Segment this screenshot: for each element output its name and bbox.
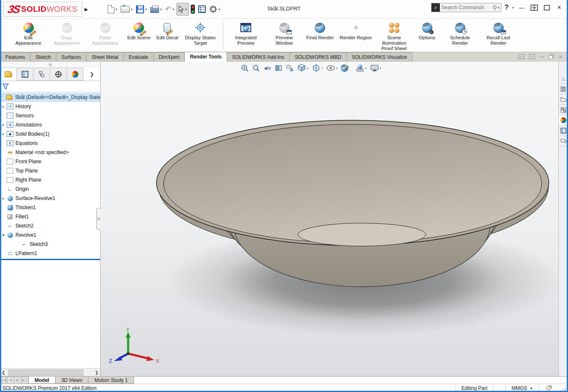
panel-collapse-handle[interactable] [96, 208, 101, 230]
tab-3d-views[interactable]: 3D Views [55, 377, 88, 384]
edit-appearance-heads-up-icon[interactable] [340, 63, 353, 73]
help-button[interactable]: ? [505, 3, 509, 12]
tree-item-revolve1[interactable]: ▾Revolve1 [0, 230, 100, 240]
tab-dimxpert[interactable]: DimXpert [153, 52, 185, 62]
search-input[interactable] [440, 5, 493, 10]
next-tab-icon[interactable]: ▶ [14, 377, 21, 384]
save-button[interactable]: ▾ [135, 3, 148, 15]
tree-filter-row[interactable] [0, 81, 100, 92]
panel-tab-overflow-icon[interactable]: ❯ [83, 68, 100, 81]
tree-item-equations[interactable]: ΣEquations [0, 139, 100, 148]
document-properties-button[interactable] [197, 3, 207, 15]
expand-icon[interactable]: ▾ [0, 233, 7, 237]
search-scope-icon[interactable]: > [432, 3, 440, 12]
tree-root-item[interactable]: Skål (Default<<Default>_Display State 1: [0, 93, 100, 102]
tree-item-sensors[interactable]: ◔Sensors [0, 111, 100, 120]
bowl-3d-model[interactable] [101, 62, 558, 376]
previous-view-icon[interactable] [262, 63, 272, 73]
tree-item-thicken1[interactable]: Thicken1 [0, 203, 100, 212]
maximize-button[interactable] [542, 4, 551, 11]
tree-item-top-plane[interactable]: Top Plane [0, 166, 100, 175]
forum-icon[interactable] [559, 136, 568, 147]
propertymanager-tab[interactable] [17, 68, 33, 81]
tab-motion-study-1[interactable]: Motion Study 1 [88, 377, 134, 384]
resize-grip[interactable] [561, 386, 566, 391]
expand-icon[interactable]: ▸ [0, 196, 7, 200]
design-library-icon[interactable] [559, 84, 568, 94]
tab-solidworks-add-ins[interactable]: SOLIDWORKS Add-Ins [227, 52, 290, 62]
expand-icon[interactable]: ▸ [0, 123, 7, 127]
pane-previous-icon[interactable] [518, 54, 525, 59]
status-tag-button[interactable] [539, 384, 558, 392]
pane-next-icon[interactable] [529, 54, 535, 59]
home-icon[interactable]: ⌂ [559, 73, 568, 84]
tree-horizontal-scrollbar[interactable]: ❮ ❯ [0, 368, 100, 376]
undo-button[interactable]: ↶▾ [164, 3, 176, 15]
previous-tab-icon[interactable]: ◀ [7, 377, 14, 384]
tab-render-tools[interactable]: Render Tools [184, 52, 227, 62]
search-commands-box[interactable]: > ⚲ ▾ [431, 3, 501, 12]
scroll-right-icon[interactable]: ❯ [93, 370, 100, 375]
hide-show-items-icon[interactable]: ▾ [325, 63, 338, 73]
menu-flyout-icon[interactable]: ▶ [83, 3, 90, 15]
view-annotations-icon[interactable]: A [285, 63, 295, 73]
last-tab-icon[interactable]: ▶❙ [21, 377, 28, 384]
tree-item-material[interactable]: ≔Material <not specified> [0, 148, 100, 157]
render-region-button[interactable]: Render Region [340, 21, 372, 40]
scroll-left-icon[interactable]: ❮ [0, 370, 7, 375]
tree-item-origin[interactable]: ∟Origin [0, 185, 100, 194]
panel-splitter-handle[interactable] [0, 62, 100, 68]
tree-item-right-plane[interactable]: Right Plane [0, 175, 100, 185]
status-units[interactable]: MMGS ▲ [505, 384, 539, 392]
schedule-render-button[interactable]: Schedule Render [444, 21, 476, 46]
minimize-button[interactable]: — [517, 4, 526, 11]
first-tab-icon[interactable]: ❙◀ [0, 377, 7, 384]
edit-decal-button[interactable]: Edit Decal [157, 21, 178, 40]
view-orientation-icon[interactable]: ▾ [296, 63, 309, 73]
tree-item-fillet1[interactable]: Fillet1 [0, 212, 100, 221]
solidworks-logo[interactable]: 3S SOLIDWORKS [3, 2, 82, 17]
split-view-button[interactable] [530, 4, 539, 11]
performance-monitor-button[interactable] [189, 3, 196, 15]
tab-solidworks-mbd[interactable]: SOLIDWORKS MBD [289, 52, 346, 62]
display-style-icon[interactable]: ▾ [311, 63, 324, 73]
tab-features[interactable]: Features [0, 52, 30, 62]
search-icon[interactable]: ⚲ [492, 4, 497, 11]
tree-item-front-plane[interactable]: Front Plane [0, 157, 100, 166]
integrated-preview-button[interactable]: Integrated Preview [230, 21, 262, 46]
close-button[interactable]: × [555, 4, 564, 11]
edit-appearance-button[interactable]: Edit Appearance [12, 21, 45, 46]
edit-scene-button[interactable]: Edit Scene [127, 21, 151, 40]
tree-item-annotations[interactable]: ▸AAnnotations [0, 120, 100, 129]
recall-last-render-button[interactable]: ↩ Recall Last Render [482, 21, 515, 46]
copy-appearance-button[interactable]: Copy Appearance [50, 21, 83, 46]
select-tool-button[interactable]: ▾ [177, 3, 189, 15]
expand-icon[interactable]: ▸ [0, 132, 7, 136]
help-dropdown-icon[interactable]: ▾ [512, 6, 514, 10]
document-minimize-icon[interactable]: — [539, 54, 544, 60]
scene-illumination-proof-sheet-button[interactable]: Scene Illumination Proof Sheet [378, 21, 410, 51]
tab-surfaces[interactable]: Surfaces [56, 52, 86, 62]
tab-solidworks-visualize[interactable]: SOLIDWORKS Visualize [346, 52, 413, 62]
apply-scene-icon[interactable]: ▾ [354, 63, 368, 73]
view-palette-icon[interactable] [559, 105, 568, 115]
tab-sketch[interactable]: Sketch [30, 52, 56, 62]
tree-item-surface-revolve1[interactable]: ▸Surface-Revolve1 [0, 194, 100, 203]
custom-properties-icon[interactable] [559, 126, 568, 136]
render-options-button[interactable]: Options [416, 21, 438, 40]
dimxpertmanager-tab[interactable] [50, 68, 67, 81]
expand-icon[interactable]: ▸ [0, 104, 7, 109]
preview-window-button[interactable]: Preview Window [268, 21, 300, 46]
tree-item-lpattern1[interactable]: ∷LPattern1 [0, 249, 100, 258]
final-render-button[interactable]: Final Render [306, 21, 334, 40]
tree-item-sketch3[interactable]: ⌐Sketch3 [0, 240, 100, 249]
tab-sheet-metal[interactable]: Sheet Metal [86, 52, 124, 62]
rollback-bar[interactable] [0, 259, 100, 260]
tree-item-solid-bodies[interactable]: ▸◆Solid Bodies(1) [0, 129, 100, 139]
paste-appearance-button[interactable]: Paste Appearance [89, 21, 121, 46]
tree-item-history[interactable]: ▸↺History [0, 102, 100, 111]
document-restore-icon[interactable] [548, 54, 554, 59]
scrollbar-thumb[interactable] [8, 369, 83, 376]
zoom-fit-icon[interactable] [240, 63, 250, 73]
print-button[interactable]: ▾ [149, 3, 163, 15]
